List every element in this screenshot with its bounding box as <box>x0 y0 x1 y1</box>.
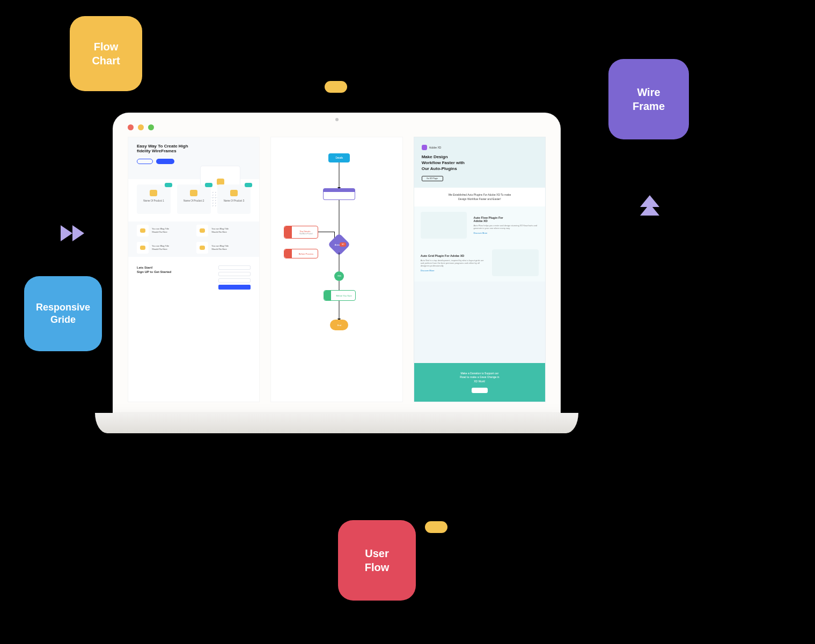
footer-title: Lets Start! <box>137 265 171 270</box>
submit-button[interactable] <box>218 285 251 290</box>
maximize-icon[interactable] <box>148 124 154 130</box>
tag-flowchart: Flow Chart <box>70 16 142 91</box>
feature-row: Auto Flow Plugin For Adobe XD Auto Flow … <box>414 206 545 244</box>
flow-confirm-card[interactable]: Before You Sure <box>324 290 356 301</box>
signup-input[interactable] <box>218 265 251 270</box>
decision-no-label: NO <box>340 242 346 247</box>
up-arrows-icon <box>640 198 659 216</box>
cta-outline-button[interactable] <box>137 159 153 164</box>
flow-detail-card[interactable]: The DetailsNo More Found <box>284 226 318 239</box>
blog-item[interactable]: You can Blog TitleShould Go Here <box>196 242 251 254</box>
hero-title: Easy Way To Create High fidelity WireFra… <box>137 144 190 153</box>
tag-wireframe: Wire Frame <box>608 59 689 139</box>
app-logo: Adobe XD <box>422 145 538 150</box>
flow-yes-node[interactable]: YES <box>334 271 344 281</box>
hero-heading: Make Design Workflow Faster with Our Aut… <box>422 154 538 172</box>
flow-before-card[interactable]: Before Process <box>284 249 318 258</box>
feature-title: Auto Grid Plugin For Adobe XD <box>421 254 486 257</box>
hero-cta-button[interactable]: Go XD Plugin <box>422 176 443 181</box>
feature-illustration <box>492 249 539 276</box>
feature-link[interactable]: Discover More <box>421 269 486 272</box>
flow-process-node[interactable] <box>323 188 355 200</box>
signup-input[interactable] <box>218 272 251 276</box>
product-page-panel: Adobe XD Make Design Workflow Faster wit… <box>414 137 546 402</box>
minimize-icon[interactable] <box>138 124 144 130</box>
tag-userflow: User Flow <box>338 520 416 601</box>
flow-end-node[interactable]: End <box>330 320 348 330</box>
close-icon[interactable] <box>128 124 134 130</box>
donate-button[interactable] <box>472 388 488 393</box>
blog-item[interactable]: You can Blog TitleShould Go Here <box>137 242 191 254</box>
footer-subtitle: Sign UP to Get Started <box>137 270 171 274</box>
wireframe-panel: Easy Way To Create High fidelity WireFra… <box>128 137 260 402</box>
laptop-mockup: Easy Way To Create High fidelity WireFra… <box>113 113 561 445</box>
cta-fill-button[interactable] <box>156 159 174 164</box>
feature-body: Auto Grid is a top development, inspired… <box>421 259 486 267</box>
laptop-base <box>95 413 579 433</box>
decor-pill <box>325 81 347 93</box>
product-label: Name Of Product 3 <box>217 199 251 202</box>
feature-row: Auto Grid Plugin For Adobe XD Auto Grid … <box>414 244 545 282</box>
product-card[interactable]: Name Of Product 3 <box>217 184 251 214</box>
feature-illustration <box>421 212 467 239</box>
signup-input[interactable] <box>218 278 251 283</box>
product-card[interactable]: Name Of Product 1 <box>137 184 171 214</box>
play-icon <box>61 225 84 241</box>
feature-link[interactable]: Discover More <box>473 232 539 234</box>
feature-title: Auto Flow Plugin For Adobe XD <box>473 216 539 223</box>
flow-start-node[interactable]: Details <box>328 153 350 162</box>
blog-item[interactable]: You can Blog TitleShould Go Here <box>196 225 251 236</box>
laptop-screen: Easy Way To Create High fidelity WireFra… <box>113 113 561 413</box>
flowchart-panel: Details The DetailsNo More Found Before … <box>270 137 402 402</box>
product-label: Name Of Product 2 <box>177 199 211 202</box>
intro-text: We Established Auto Plugins For Adobe XD… <box>414 188 545 206</box>
product-card[interactable]: Name Of Product 2 <box>177 184 211 214</box>
feature-body: Auto Flow helps you create and design st… <box>473 224 539 230</box>
product-label: Name Of Product 1 <box>137 199 171 202</box>
tag-responsive-grid: Responsive Gride <box>24 276 102 351</box>
donate-banner: Make a Donation to Support our Road to m… <box>414 363 545 402</box>
decor-pill <box>425 521 447 533</box>
window-controls <box>128 124 546 130</box>
xd-icon <box>422 145 427 150</box>
blog-item[interactable]: You can Blog TitleShould Go Here <box>137 225 191 236</box>
